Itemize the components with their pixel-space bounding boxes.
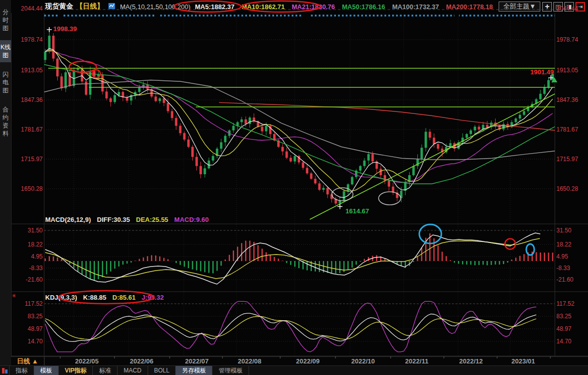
svg-text:14.70: 14.70 (556, 338, 571, 345)
ma-value-4: MA100:1732.37 (392, 3, 439, 11)
zoom-frame-right-icon[interactable]: ◨ (564, 2, 574, 12)
indicator-tabs: 指标模板VIP指标标准MACDBOLL另存模板管理模板 (10, 366, 249, 375)
toolbar-tab-2[interactable]: VIP指标 (59, 366, 93, 375)
toolbar-logo-icon (0, 366, 10, 375)
svg-text:1847.36: 1847.36 (21, 96, 43, 103)
svg-text:83.25: 83.25 (28, 313, 43, 320)
kline-icon (108, 3, 115, 11)
svg-text:31.50: 31.50 (28, 227, 43, 234)
svg-text:-8.33: -8.33 (29, 265, 43, 272)
macd-dea-value: DEA:25.55 (136, 216, 168, 223)
indicator-settings-icon[interactable]: ✳ (12, 293, 16, 299)
toolbar-tab-7[interactable]: 管理模板 (212, 366, 249, 375)
svg-text:117.52: 117.52 (25, 300, 43, 307)
timeframe-selector[interactable]: 日线 ▲ (11, 357, 45, 365)
svg-text:1998.39: 1998.39 (53, 25, 77, 33)
sidebar-item-0[interactable]: 分时图 (0, 5, 11, 35)
window-controls: 全部主题▼ ✚◫◨⇥ (499, 2, 585, 12)
bottom-toolbar: 指标模板VIP指标标准MACDBOLL另存模板管理模板 (0, 365, 588, 375)
kdj-k-value: K:88.85 (83, 294, 106, 301)
svg-text:83.25: 83.25 (556, 313, 571, 320)
ma-value-2: MA21:1830.76 (292, 3, 335, 11)
svg-text:117.52: 117.52 (556, 300, 574, 307)
collapse-panel-icon[interactable]: ⇥ (575, 2, 585, 12)
toolbar-tab-6[interactable]: 另存模板 (176, 366, 212, 375)
trading-app-window: { "sidebar": { "items": [ {"label":"分时图"… (0, 0, 588, 375)
svg-text:1650.28: 1650.28 (556, 185, 578, 192)
toolbar-tab-5[interactable]: BOLL (148, 366, 176, 375)
svg-text:48.97: 48.97 (556, 325, 571, 332)
ma-value-3: MA50:1786.16 (342, 3, 385, 11)
month-label-2022/07: 2022/07 (185, 357, 209, 365)
sidebar-item-2[interactable]: 闪电图 (0, 67, 11, 97)
month-label-2022/08: 2022/08 (238, 357, 262, 365)
month-label-2023/01: 2023/01 (512, 357, 535, 365)
ma-value-0: MA5:1882.37 (195, 3, 234, 11)
kdj-j-value: J:95.32 (142, 294, 164, 301)
svg-text:1781.67: 1781.67 (21, 126, 43, 133)
svg-text:1781.67: 1781.67 (556, 126, 578, 133)
instrument-title: 现货黄金 (45, 2, 73, 11)
kdj-name: KDJ(9,3,3) (45, 294, 77, 301)
window-icon-group: ✚◫◨⇥ (542, 2, 585, 12)
ma-settings-label: MA(5,10,21,50,100,200) (120, 3, 190, 11)
toolbar-tab-3[interactable]: 标准 (93, 366, 117, 375)
svg-text:1715.97: 1715.97 (556, 156, 578, 163)
macd-diff-value: DIFF:30.35 (97, 216, 130, 223)
sidebar-item-1[interactable]: K线图 (0, 40, 11, 62)
svg-text:-8.33: -8.33 (556, 265, 570, 272)
theme-dropdown[interactable]: 全部主题▼ (499, 2, 540, 12)
macd-header: MACD(26,12,9) DIFF:30.35 DEA:25.55 MACD:… (45, 216, 209, 223)
kdj-header: KDJ(9,3,3) K:88.85 D:85.61 J:95.32 (45, 294, 164, 301)
chart-header: 现货黄金 【日线】 MA(5,10,21,50,100,200) MA5:188… (11, 0, 588, 13)
svg-text:48.97: 48.97 (28, 325, 43, 332)
svg-text:1901.49: 1901.49 (530, 68, 554, 76)
svg-text:4.95: 4.95 (31, 253, 43, 260)
timeframe-label: 【日线】 (76, 2, 104, 11)
month-label-2022/10: 2022/10 (351, 357, 375, 365)
svg-text:14.70: 14.70 (28, 338, 43, 345)
svg-text:1978.74: 1978.74 (21, 36, 43, 43)
month-label-2022/11: 2022/11 (405, 357, 428, 365)
chart-canvas: 2044.442044.441978.741978.741913.051913.… (0, 0, 588, 375)
toolbar-tab-0[interactable]: 指标 (10, 366, 34, 375)
svg-text:-21.60: -21.60 (556, 276, 573, 283)
svg-text:1650.28: 1650.28 (21, 185, 43, 192)
zoom-frame-left-icon[interactable]: ◫ (553, 2, 563, 12)
ma-values: MA5:1882.37MA10:1862.71MA21:1830.76MA50:… (195, 3, 493, 11)
macd-name: MACD(26,12,9) (45, 216, 91, 223)
month-label-2022/09: 2022/09 (296, 357, 320, 365)
svg-text:1913.05: 1913.05 (21, 67, 43, 74)
svg-text:31.50: 31.50 (556, 227, 571, 234)
toolbar-tab-4[interactable]: MACD (117, 366, 148, 375)
move-crosshair-icon[interactable]: ✚ (542, 2, 552, 12)
macd-macd-value: MACD:9.60 (174, 216, 209, 223)
svg-text:1715.97: 1715.97 (21, 156, 43, 163)
month-label-2022/12: 2022/12 (459, 357, 483, 365)
kdj-d-value: D:85.61 (112, 294, 136, 301)
svg-text:18.22: 18.22 (556, 241, 571, 248)
month-label-2022/06: 2022/06 (130, 357, 154, 365)
ma-value-1: MA10:1862.71 (242, 3, 285, 11)
sidebar-item-3[interactable]: 合约资料 (0, 102, 11, 141)
svg-text:1913.05: 1913.05 (556, 67, 578, 74)
svg-text:1847.36: 1847.36 (556, 96, 578, 103)
time-axis: 日线 ▲ 2022/052022/062022/072022/082022/09… (11, 356, 588, 366)
svg-text:4.95: 4.95 (556, 253, 568, 260)
svg-text:1614.67: 1614.67 (345, 207, 369, 215)
month-label-2022/05: 2022/05 (75, 357, 99, 365)
left-view-tabs: 分时图K线图闪电图合约资料 (0, 0, 12, 375)
toolbar-tab-1[interactable]: 模板 (34, 366, 59, 375)
svg-text:1978.74: 1978.74 (556, 36, 578, 43)
svg-text:18.22: 18.22 (28, 241, 43, 248)
ma-value-5: MA200:1778.18 (446, 3, 493, 11)
svg-text:-21.60: -21.60 (26, 276, 43, 283)
